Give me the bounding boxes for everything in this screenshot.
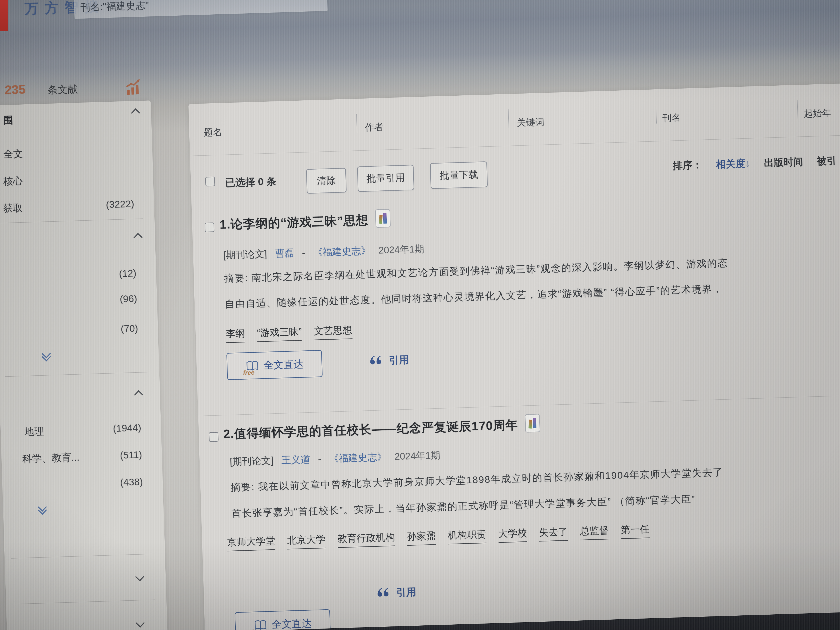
- filter-count: (1944): [113, 422, 142, 434]
- cite-button[interactable]: 引用: [376, 585, 417, 600]
- column-header-startyear[interactable]: 起始年: [804, 107, 832, 120]
- keyword-link[interactable]: 文艺思想: [314, 324, 352, 340]
- selected-count-text: 已选择 0 条: [225, 175, 276, 189]
- column-header-journal[interactable]: 刊名: [662, 112, 681, 125]
- chevron-up-icon[interactable]: [131, 108, 140, 117]
- filter-count: (3222): [106, 198, 134, 210]
- chevron-down-icon[interactable]: [135, 572, 144, 581]
- keyword-link[interactable]: 北京大学: [287, 533, 325, 549]
- fulltext-label: 全文直达: [272, 617, 312, 630]
- filter-item-core[interactable]: 核心: [3, 174, 23, 188]
- separator: -: [302, 247, 305, 258]
- keyword-link[interactable]: 京师大学堂: [227, 534, 275, 551]
- filter-section-title: 围: [3, 114, 13, 127]
- keyword-link[interactable]: 大学校: [498, 526, 527, 543]
- divider: [198, 393, 840, 416]
- batch-cite-button[interactable]: 批量引用: [357, 165, 414, 192]
- sort-label: 排序：: [673, 158, 703, 172]
- wanfang-m-badge-icon[interactable]: [375, 209, 391, 228]
- photo-red-edge: [0, 0, 8, 31]
- filter-count: (12): [119, 267, 136, 279]
- keyword-link[interactable]: 第一任: [621, 523, 650, 539]
- fulltext-label: 全文直达: [263, 357, 304, 372]
- result-type: [期刊论文]: [223, 248, 267, 262]
- filter-count: (96): [120, 293, 137, 305]
- chevron-down-icon[interactable]: [136, 618, 145, 627]
- batch-download-button[interactable]: 批量下载: [430, 161, 488, 189]
- divider: [11, 554, 153, 559]
- keyword-link[interactable]: 教育行政机构: [337, 531, 395, 548]
- sort-option-cited[interactable]: 被引: [817, 154, 837, 168]
- cite-label: 引用: [389, 353, 409, 367]
- filter-item-access[interactable]: 获取: [3, 202, 23, 215]
- result-title[interactable]: 2.值得缅怀学思的首任校长——纪念严复诞辰170周年: [223, 417, 518, 442]
- results-panel: 题名 作者 关键词 刊名 起始年 已选择 0 条 清除 批量引用 批量下载 排序…: [188, 81, 840, 630]
- result-title[interactable]: 1.论李纲的“游戏三昧”思想: [219, 212, 368, 233]
- journal-link[interactable]: 《福建史志》: [313, 244, 371, 259]
- fulltext-button[interactable]: free 全文直达: [235, 609, 331, 630]
- keyword-link[interactable]: 失去了: [539, 525, 568, 542]
- separator: -: [318, 453, 322, 464]
- clear-button[interactable]: 清除: [306, 168, 347, 194]
- filter-item-geography[interactable]: 地理: [24, 425, 44, 439]
- chevron-double-down-icon[interactable]: [43, 354, 50, 360]
- column-header-keyword[interactable]: 关键词: [517, 116, 545, 129]
- divider: [655, 104, 657, 123]
- select-all-checkbox[interactable]: [205, 177, 215, 186]
- filter-item-fulltext[interactable]: 全文: [3, 147, 23, 161]
- divider: [12, 600, 155, 605]
- author-link[interactable]: 曹磊: [275, 247, 294, 260]
- sort-descending-arrow: ↓: [745, 158, 750, 169]
- fulltext-button[interactable]: free 全文直达: [226, 350, 323, 380]
- filter-item-science-education[interactable]: 科学、教育...: [22, 451, 80, 466]
- issue-text: 2024年1期: [395, 449, 441, 463]
- keyword-link[interactable]: “游戏三昧”: [257, 325, 302, 342]
- divider: [0, 218, 143, 224]
- result-checkbox[interactable]: [209, 432, 218, 442]
- filter-sidebar: 围 全文 核心 获取 (3222) (12) (96) (70) 地理 (194…: [0, 100, 170, 630]
- divider: [508, 109, 509, 128]
- search-input[interactable]: 刊名:"福建史志": [74, 0, 328, 19]
- column-header-author[interactable]: 作者: [365, 121, 384, 134]
- chevron-up-icon[interactable]: [134, 233, 143, 242]
- keyword-link[interactable]: 机构职责: [448, 528, 486, 545]
- trend-bar-chart-icon[interactable]: [125, 78, 142, 95]
- chevron-double-down-icon[interactable]: [39, 507, 46, 513]
- chevron-up-icon[interactable]: [134, 390, 143, 399]
- wanfang-m-badge-icon[interactable]: [525, 414, 540, 433]
- cite-button[interactable]: 引用: [369, 353, 409, 368]
- result-count: 235: [5, 82, 25, 97]
- journal-link[interactable]: 《福建史志》: [329, 450, 387, 465]
- sort-option-pubdate[interactable]: 出版时间: [764, 155, 803, 170]
- column-header-title[interactable]: 题名: [204, 126, 223, 139]
- keyword-link[interactable]: 总监督: [580, 524, 609, 540]
- result-type: [期刊论文]: [230, 454, 273, 468]
- divider: [356, 114, 357, 133]
- free-label: free: [243, 369, 254, 376]
- sort-option-relevance[interactable]: 相关度↓: [715, 157, 750, 171]
- keyword-link[interactable]: 李纲: [226, 327, 245, 343]
- author-link[interactable]: 王义遒: [281, 453, 310, 467]
- quote-icon: [369, 355, 383, 366]
- result-count-unit: 条文献: [47, 82, 78, 97]
- filter-count: (70): [120, 322, 138, 335]
- cite-label: 引用: [396, 585, 417, 599]
- issue-text: 2024年1期: [378, 243, 425, 257]
- quote-icon: [377, 587, 391, 598]
- divider: [190, 132, 840, 156]
- keyword-link[interactable]: 孙家鼐: [407, 529, 436, 546]
- screen: 万方智搜 刊名:"福建史志" 235 条文献 围 全文 核心 获取 (3222)…: [0, 0, 840, 630]
- divider: [797, 100, 798, 119]
- result-checkbox[interactable]: [205, 223, 215, 232]
- free-label: free: [251, 628, 263, 630]
- filter-count: (511): [120, 449, 142, 461]
- divider: [5, 372, 148, 377]
- filter-count: (438): [120, 476, 143, 488]
- search-value: 刊名:"福建史志": [80, 0, 149, 14]
